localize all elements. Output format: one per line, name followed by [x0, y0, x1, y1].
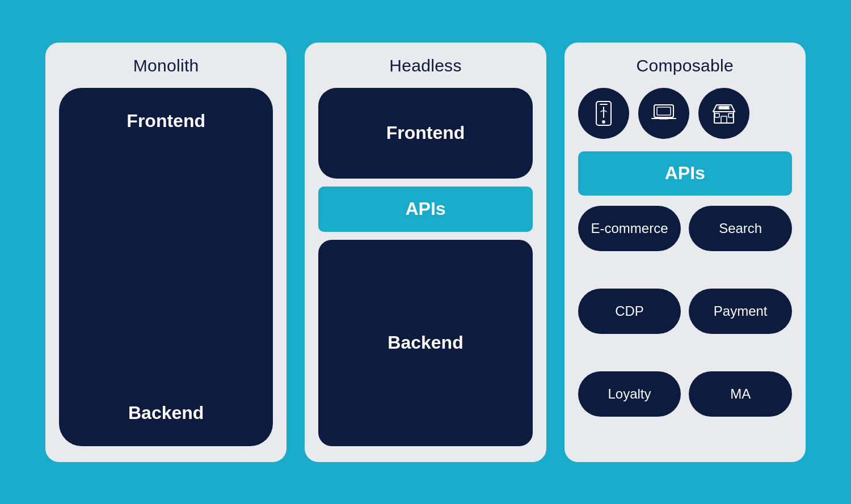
svg-rect-6 [657, 107, 671, 115]
store-icon-circle: STORE [698, 88, 749, 139]
headless-frontend-label: Frontend [386, 122, 465, 143]
headless-apis-label: APIs [405, 198, 445, 219]
service-loyalty: Loyalty [578, 371, 681, 417]
svg-rect-8 [721, 116, 727, 123]
monolith-block: Frontend Backend [59, 88, 273, 446]
service-cdp: CDP [578, 289, 681, 334]
composable-apis-block: APIs [578, 151, 792, 196]
svg-rect-9 [715, 113, 719, 117]
store-icon: STORE [710, 99, 738, 128]
composable-title: Composable [637, 56, 734, 75]
headless-inner: Frontend APIs Backend [318, 88, 532, 446]
laptop-icon [650, 99, 678, 128]
main-container: Monolith Frontend Backend Headless Front… [23, 20, 828, 485]
headless-title: Headless [389, 56, 461, 75]
service-search: Search [689, 206, 792, 251]
service-ma-label: MA [730, 386, 751, 402]
monolith-title: Monolith [133, 56, 199, 75]
composable-inner: STORE APIs E-commerce Search CDP [578, 88, 792, 446]
headless-apis-block: APIs [318, 187, 532, 232]
mobile-icon-circle [578, 88, 629, 139]
svg-text:STORE: STORE [719, 106, 729, 109]
service-payment: Payment [689, 289, 792, 334]
service-payment-label: Payment [714, 303, 768, 319]
service-search-label: Search [719, 221, 762, 236]
headless-card: Headless Frontend APIs Backend [305, 43, 546, 462]
headless-backend-block: Backend [318, 240, 532, 446]
headless-frontend-block: Frontend [318, 88, 532, 179]
laptop-icon-circle [638, 88, 689, 139]
headless-backend-label: Backend [387, 332, 463, 353]
monolith-frontend-label: Frontend [127, 111, 205, 132]
monolith-card: Monolith Frontend Backend [45, 43, 287, 462]
composable-apis-label: APIs [665, 163, 705, 184]
composable-card: Composable [564, 43, 806, 462]
svg-point-1 [603, 121, 605, 123]
mobile-icon [589, 99, 618, 128]
composable-services-grid: E-commerce Search CDP Payment Loyalty MA [578, 206, 792, 446]
service-cdp-label: CDP [615, 303, 644, 319]
service-ecommerce-label: E-commerce [591, 221, 668, 236]
service-ecommerce: E-commerce [578, 206, 681, 251]
service-loyalty-label: Loyalty [608, 386, 651, 402]
composable-icons-row: STORE [578, 88, 792, 139]
monolith-backend-label: Backend [128, 403, 204, 423]
svg-rect-10 [728, 113, 733, 117]
service-ma: MA [689, 371, 792, 417]
